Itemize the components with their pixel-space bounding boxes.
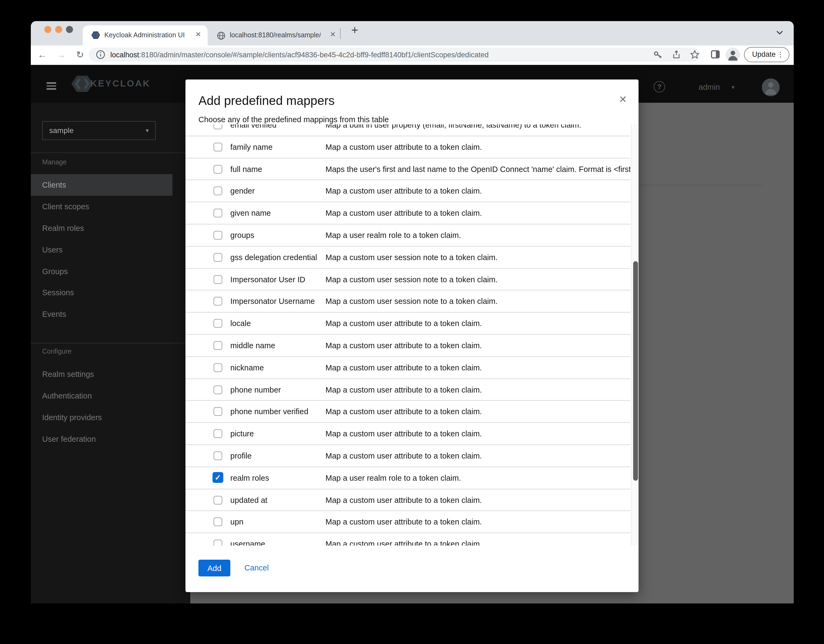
mapper-description: Map a user realm role to a token claim. [326, 467, 630, 489]
user-menu[interactable]: admin [699, 83, 720, 91]
sidebar-item-authentication[interactable]: Authentication [31, 385, 172, 407]
checkbox-unchecked[interactable] [214, 164, 222, 173]
sidebar-item-users[interactable]: Users [31, 239, 172, 261]
mapper-row-phone-number: phone numberMap a custom user attribute … [186, 379, 630, 401]
window-close-button[interactable] [45, 26, 51, 33]
checkbox-unchecked[interactable] [214, 297, 222, 306]
user-menu-caret-icon[interactable]: ▾ [732, 84, 735, 91]
modal-scrollbar-track[interactable] [631, 124, 638, 546]
share-icon[interactable] [672, 50, 681, 60]
mapper-description: Map a custom user attribute to a token c… [326, 357, 630, 378]
mapper-row-email-verified: email verifiedMap a built in user proper… [186, 124, 630, 136]
password-key-icon[interactable] [653, 50, 663, 60]
cancel-link[interactable]: Cancel [244, 563, 269, 572]
keycloak-logo-text: KEYCLOAK [90, 78, 151, 89]
globe-icon [217, 31, 226, 40]
tab-search-chevron-icon[interactable] [774, 26, 786, 38]
modal-scrollbar-thumb[interactable] [633, 261, 638, 481]
keycloak-favicon [91, 31, 100, 40]
mapper-description: Map a custom user attribute to a token c… [326, 423, 630, 444]
checkbox-unchecked[interactable] [214, 518, 222, 526]
checkbox-unchecked[interactable] [214, 319, 222, 328]
sidebar-item-groups[interactable]: Groups [31, 261, 172, 282]
tab-localhost-realms[interactable]: localhost:8180/realms/sample/ ✕ [212, 28, 337, 44]
mapper-description: Map a custom user session note to a toke… [326, 269, 630, 290]
modal-close-icon[interactable]: ✕ [616, 94, 629, 106]
mapper-row-given-name: given nameMap a custom user attribute to… [186, 202, 630, 224]
sidebar-item-realm-roles[interactable]: Realm roles [31, 217, 172, 239]
keycloak-sidebar: sample ▾ ManageClientsClient scopesRealm… [31, 103, 190, 604]
mapper-name: profile [230, 445, 252, 467]
checkbox-unchecked[interactable] [214, 209, 222, 217]
tab-keycloak-admin[interactable]: Keycloak Administration UI ✕ [83, 25, 208, 45]
mapper-description: Map a custom user attribute to a token c… [326, 379, 630, 400]
chrome-update-button[interactable]: Update ⋮ [744, 47, 789, 62]
realm-select[interactable]: sample ▾ [42, 121, 156, 140]
browser-profile-avatar[interactable] [726, 48, 740, 62]
sidebar-item-events[interactable]: Events [31, 303, 172, 325]
side-panel-icon[interactable] [711, 50, 719, 58]
add-button[interactable]: Add [198, 559, 230, 576]
help-icon[interactable]: ? [654, 81, 665, 92]
window-zoom-button[interactable] [66, 26, 73, 33]
mapper-description: Map a custom user attribute to a token c… [326, 202, 630, 224]
checkbox-unchecked[interactable] [214, 496, 222, 504]
tab-close-icon[interactable]: ✕ [330, 30, 336, 38]
user-avatar[interactable] [762, 78, 779, 96]
sidebar-item-clients[interactable]: Clients [31, 174, 172, 196]
window-minimize-button[interactable] [55, 26, 62, 33]
mapper-name: family name [230, 136, 272, 158]
checkbox-unchecked[interactable] [214, 407, 222, 416]
checkbox-unchecked[interactable] [214, 385, 222, 394]
checkbox-unchecked[interactable] [214, 275, 222, 284]
mapper-description: Map a custom user session note to a toke… [326, 290, 630, 312]
mapper-description: Map a custom user attribute to a token c… [326, 489, 630, 511]
tab-close-icon[interactable]: ✕ [195, 30, 201, 38]
checkbox-unchecked[interactable] [214, 341, 222, 350]
sidebar-item-user-federation[interactable]: User federation [31, 428, 172, 450]
mapper-description: Map a custom user attribute to a token c… [326, 511, 630, 533]
hamburger-menu-icon[interactable] [46, 82, 56, 90]
checkbox-unchecked[interactable] [214, 187, 222, 195]
mapper-name: updated at [230, 489, 267, 511]
tab-separator [340, 28, 341, 39]
sidebar-section-heading: Configure [42, 348, 71, 355]
url-path: :8180/admin/master/console/#/sample/clie… [139, 51, 489, 59]
mappers-table-scroll-area[interactable]: email verifiedMap a built in user proper… [186, 124, 630, 546]
mapper-row-impersonator-user-id: Impersonator User IDMap a custom user se… [186, 269, 630, 290]
sidebar-section-heading: Manage [42, 158, 66, 166]
sidebar-item-client-scopes[interactable]: Client scopes [31, 196, 172, 217]
bookmark-star-icon[interactable] [690, 50, 699, 60]
mapper-row-realm-roles: ✓realm rolesMap a user realm role to a t… [186, 467, 630, 489]
address-bar[interactable]: localhost:8180/admin/master/console/#/sa… [89, 48, 700, 61]
checkbox-unchecked[interactable] [214, 143, 222, 151]
update-label: Update [752, 50, 776, 58]
checkbox-unchecked[interactable] [214, 363, 222, 372]
browser-menu-kebab-icon[interactable]: ⋮ [777, 48, 784, 61]
mapper-row-upn: upnMap a custom user attribute to a toke… [186, 511, 630, 533]
sidebar-item-identity-providers[interactable]: Identity providers [31, 407, 172, 428]
mapper-row-family-name: family nameMap a custom user attribute t… [186, 136, 630, 158]
mapper-name: groups [230, 224, 254, 246]
tab-title: Keycloak Administration UI [105, 31, 184, 39]
mapper-row-full-name: full nameMaps the user's first and last … [186, 158, 630, 180]
mapper-name: picture [230, 423, 254, 444]
checkbox-unchecked[interactable] [214, 231, 222, 240]
sidebar-item-realm-settings[interactable]: Realm settings [31, 363, 172, 385]
checkbox-unchecked[interactable] [214, 539, 222, 546]
checkbox-checked[interactable]: ✓ [212, 472, 223, 483]
mapper-row-phone-number-verified: phone number verifiedMap a custom user a… [186, 401, 630, 423]
mapper-description: Map a custom user attribute to a token c… [326, 335, 630, 357]
checkbox-unchecked[interactable] [214, 253, 222, 262]
reload-icon[interactable]: ↻ [73, 48, 87, 62]
checkbox-unchecked[interactable] [214, 124, 222, 129]
checkbox-unchecked[interactable] [214, 429, 222, 438]
mapper-name: full name [230, 158, 262, 180]
modal-subtitle: Choose any of the predefined mappings fr… [198, 115, 389, 124]
mapper-row-impersonator-username: Impersonator UsernameMap a custom user s… [186, 290, 630, 313]
sidebar-item-sessions[interactable]: Sessions [31, 282, 172, 303]
site-info-icon[interactable] [96, 50, 105, 60]
new-tab-button[interactable]: + [347, 23, 362, 38]
back-icon[interactable]: ← [35, 48, 49, 62]
checkbox-unchecked[interactable] [214, 452, 222, 460]
